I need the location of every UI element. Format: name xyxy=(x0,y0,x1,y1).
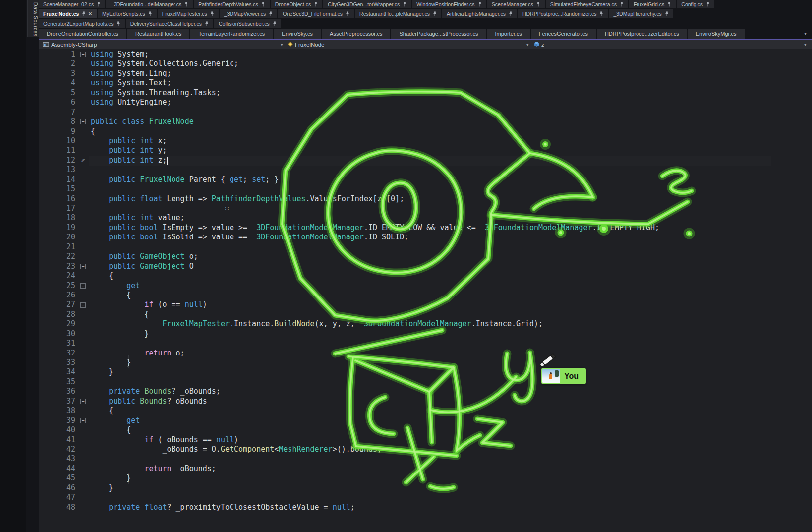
code-line-14[interactable]: 14 public FruxelNode Parent { get; set; … xyxy=(39,175,812,184)
code-line-35[interactable]: 35 xyxy=(39,377,812,387)
code-line-48[interactable]: 48 private float? _proximityToClosestObs… xyxy=(39,503,812,512)
tab-FruxelGrid.cs[interactable]: FruxelGrid.cs xyxy=(629,0,676,8)
code-line-23[interactable]: 23− public GameObject O xyxy=(39,262,812,271)
code-line-10[interactable]: 10 public int x; xyxy=(39,136,812,146)
tab-WindowPositionFinder.cs[interactable]: WindowPositionFinder.cs xyxy=(412,0,486,8)
code-line-25[interactable]: 25− get xyxy=(39,281,812,291)
code-line-26[interactable]: 26 { xyxy=(39,291,812,300)
code-line-33[interactable]: 33 } xyxy=(39,358,812,367)
code-line-24[interactable]: 24 { xyxy=(39,271,812,281)
tab-RestaurantHook.cs[interactable]: RestaurantHook.cs xyxy=(127,29,190,39)
code-line-11[interactable]: 11 public int y; xyxy=(39,146,812,155)
tab-ArtificialLightsManager.cs[interactable]: ArtificialLightsManager.cs xyxy=(442,9,517,18)
tab-SimulatedFisheyeCamera.cs[interactable]: SimulatedFisheyeCamera.cs xyxy=(546,0,628,8)
tab-Importer.cs[interactable]: Importer.cs xyxy=(487,29,529,39)
type-dropdown-chevron-icon[interactable]: ▾ xyxy=(526,41,529,49)
code-line-37[interactable]: 37− public Bounds? oBounds xyxy=(39,397,812,406)
code-line-6[interactable]: 6using UnityEngine; xyxy=(39,98,812,107)
code-line-40[interactable]: 40 { xyxy=(39,425,812,435)
code-line-27[interactable]: 27− if (o == null) xyxy=(39,300,812,309)
tab-DroneObject.cs[interactable]: DroneObject.cs xyxy=(271,0,322,8)
code-line-28[interactable]: 28 { xyxy=(39,310,812,319)
code-line-44[interactable]: 44 return _oBounds; xyxy=(39,464,812,473)
code-line-38[interactable]: 38 { xyxy=(39,406,812,415)
tab-overflow-chevron-icon[interactable]: ▾ xyxy=(804,31,807,36)
code-line-43[interactable]: 43 xyxy=(39,454,812,464)
fold-collapse-icon[interactable]: − xyxy=(80,119,86,124)
avatar-person xyxy=(549,374,552,379)
code-line-16[interactable]: 16 public float Length => PathfinderDept… xyxy=(39,194,812,204)
tab-_3DFoundatio...delManager.cs[interactable]: _3DFoundatio...delManager.cs xyxy=(106,0,193,8)
fold-collapse-icon[interactable]: − xyxy=(80,302,86,308)
tab-SceneManager.cs[interactable]: SceneManager.cs xyxy=(487,0,545,8)
fold-collapse-icon[interactable]: − xyxy=(80,399,86,404)
line-number: 13 xyxy=(39,165,75,175)
member-dropdown-chevron-icon[interactable]: ▾ xyxy=(804,41,807,49)
tab-PathfinderDepthValues.cs[interactable]: PathfinderDepthValues.cs xyxy=(194,0,270,8)
data-sources-vertical-tab[interactable]: Data Sources xyxy=(27,0,39,37)
code-line-30[interactable]: 30 } xyxy=(39,329,812,339)
breadcrumb-member[interactable]: z xyxy=(541,41,544,49)
tab-FencesGenerator.cs[interactable]: FencesGenerator.cs xyxy=(531,29,596,39)
code-line-15[interactable]: 15 xyxy=(39,184,812,194)
code-line-42[interactable]: 42 _oBounds = O.GetComponent<MeshRendere… xyxy=(39,445,812,454)
code-line-18[interactable]: 18 public int value; xyxy=(39,213,812,223)
code-line-36[interactable]: 36 private Bounds? _oBounds; xyxy=(39,387,812,396)
tab-TerrainLayerRandomizer.cs[interactable]: TerrainLayerRandomizer.cs xyxy=(190,29,273,39)
code-line-34[interactable]: 34 } xyxy=(39,367,812,377)
fold-collapse-icon[interactable]: − xyxy=(80,418,86,423)
breadcrumb-type[interactable]: FruxelNode xyxy=(295,41,324,49)
code-line-41[interactable]: 41 if (_oBounds == null) xyxy=(39,435,812,445)
project-dropdown-chevron-icon[interactable]: ▾ xyxy=(281,41,283,49)
code-line-7[interactable]: 7 xyxy=(39,108,812,117)
code-line-31[interactable]: 31 xyxy=(39,339,812,348)
code-line-21[interactable]: 21 xyxy=(39,242,812,252)
code-line-4[interactable]: 4using System.Text; xyxy=(39,78,812,88)
code-line-17[interactable]: 17 xyxy=(39,204,812,213)
tab-Config.cs[interactable]: Config.cs xyxy=(677,0,714,8)
code-line-45[interactable]: 45 } xyxy=(39,473,812,483)
tab-EnviroSky.cs[interactable]: EnviroSky.cs xyxy=(274,29,321,39)
tab-_3DMapHierarchy.cs[interactable]: _3DMapHierarchy.cs xyxy=(609,9,673,18)
code-line-39[interactable]: 39− get xyxy=(39,416,812,425)
tab-FruxelMapTester.cs[interactable]: FruxelMapTester.cs xyxy=(158,9,219,18)
code-line-9[interactable]: 9{ xyxy=(39,127,812,136)
code-line-3[interactable]: 3using System.Linq; xyxy=(39,69,812,78)
code-line-46[interactable]: 46 } xyxy=(39,483,812,493)
code-line-5[interactable]: 5using System.Threading.Tasks; xyxy=(39,88,812,98)
tab-HDRPPostproce...izerEditor.cs[interactable]: HDRPPostproce...izerEditor.cs xyxy=(597,29,687,39)
code-line-22[interactable]: 22 public GameObject o; xyxy=(39,252,812,261)
fold-collapse-icon[interactable]: − xyxy=(80,52,86,57)
code-line-12[interactable]: 12✎ public int z; xyxy=(39,156,812,165)
code-line-20[interactable]: 20 public bool IsSolid => value == _3DFo… xyxy=(39,233,812,242)
tab-CollisionSubscriber.cs[interactable]: CollisionSubscriber.cs xyxy=(214,19,281,28)
tab-RestaurantHo...pleManager.cs[interactable]: RestaurantHo...pleManager.cs xyxy=(355,9,441,18)
code-line-2[interactable]: 2using System.Collections.Generic; xyxy=(39,59,812,68)
close-tab-icon[interactable]: ✕ xyxy=(88,11,92,16)
tab-OneSec3D_FileFormat.cs[interactable]: OneSec3D_FileFormat.cs xyxy=(278,9,354,18)
code-line-1[interactable]: 1−using System; xyxy=(39,50,812,59)
tab-label: FruxelNode.cs xyxy=(43,11,79,17)
code-line-32[interactable]: 32 return o; xyxy=(39,349,812,358)
code-line-29[interactable]: 29 FruxelMapTester.Instance.BuildNode(x,… xyxy=(39,319,812,329)
tab-DeliverySurfaceClassHelper.cs[interactable]: DeliverySurfaceClassHelper.cs xyxy=(126,19,213,28)
tab-_3DMapViewer.cs[interactable]: _3DMapViewer.cs xyxy=(220,9,277,18)
tab-ShaderPackage...stProcessor.cs[interactable]: ShaderPackage...stProcessor.cs xyxy=(391,29,486,39)
fold-collapse-icon[interactable]: − xyxy=(80,283,86,289)
tab-FruxelNode.cs[interactable]: FruxelNode.cs✕ xyxy=(39,9,97,18)
tab-CityGen3DGen...torWrapper.cs[interactable]: CityGen3DGen...torWrapper.cs xyxy=(323,0,411,8)
tab-AssetPreprocessor.cs[interactable]: AssetPreprocessor.cs xyxy=(322,29,390,39)
code-editor[interactable]: 1−using System;2using System.Collections… xyxy=(39,49,812,532)
code-line-13[interactable]: 13 xyxy=(39,165,812,175)
code-line-8[interactable]: 8−public class FruxelNode xyxy=(39,117,812,126)
code-line-47[interactable]: 47 xyxy=(39,493,812,502)
fold-collapse-icon[interactable]: − xyxy=(80,264,86,269)
tab-Generator2ExportMapTools.cs[interactable]: Generator2ExportMapTools.cs xyxy=(39,19,125,28)
breadcrumb-project[interactable]: Assembly-CSharp xyxy=(51,41,97,49)
tab-DroneOrientationController.cs[interactable]: DroneOrientationController.cs xyxy=(39,29,126,39)
tab-MyEditorScripts.cs[interactable]: MyEditorScripts.cs xyxy=(98,9,157,18)
tab-SceneManager_02.cs[interactable]: SceneManager_02.cs xyxy=(39,0,105,8)
code-line-19[interactable]: 19 public bool IsEmpty => value >= _3DFo… xyxy=(39,223,812,233)
tab-HDRPPostproc...Randomizer.cs[interactable]: HDRPPostproc...Randomizer.cs xyxy=(518,9,608,18)
tab-EnviroSkyMgr.cs[interactable]: EnviroSkyMgr.cs xyxy=(688,29,745,39)
